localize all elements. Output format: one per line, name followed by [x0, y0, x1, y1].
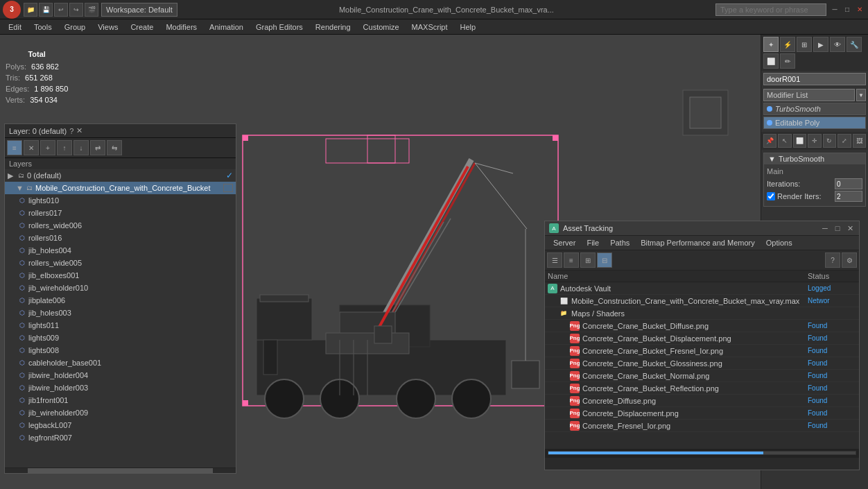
display-tab-icon[interactable]: 👁: [830, 37, 845, 52]
asset-close-button[interactable]: ✕: [845, 224, 855, 233]
render-setup-button[interactable]: 🎬: [85, 3, 98, 17]
undo-button[interactable]: ↩: [54, 3, 68, 17]
layer-transfer-icon[interactable]: ↑: [57, 140, 72, 155]
list-item[interactable]: ▶ 🗂 0 (default) ✓: [5, 169, 236, 182]
hierarchy-tab-icon[interactable]: ⊞: [797, 37, 812, 52]
list-item[interactable]: ⬡ rollers_wide005: [5, 257, 236, 269]
list-item[interactable]: ⬡ rollers_wide006: [5, 219, 236, 232]
asset-menu-file[interactable]: File: [581, 237, 605, 248]
turbosmoooth-panel-header[interactable]: ▼ TurboSmooth: [764, 153, 865, 164]
menu-modifiers[interactable]: Modifiers: [160, 22, 202, 33]
close-button[interactable]: ✕: [854, 4, 865, 15]
layer-panel-help-button[interactable]: ?: [69, 127, 73, 135]
utilities-tab-icon[interactable]: 🔧: [847, 37, 862, 52]
menu-maxscript[interactable]: MAXScript: [406, 22, 453, 33]
list-item[interactable]: Png Concrete_Crane_Bucket_Normal.png Fou…: [545, 370, 859, 382]
select-icon[interactable]: ⬜: [793, 134, 806, 148]
list-item[interactable]: Png Concrete_Crane_Bucket_Diffuse.png Fo…: [545, 320, 859, 332]
menu-rendering[interactable]: Rendering: [310, 22, 356, 33]
list-item[interactable]: ⬡ jibwire_holder003: [5, 381, 236, 394]
save-button[interactable]: 💾: [39, 3, 53, 17]
move-icon[interactable]: ✛: [808, 134, 821, 148]
menu-edit[interactable]: Edit: [3, 22, 27, 33]
layer-add-icon[interactable]: +: [40, 140, 55, 155]
workspace-dropdown[interactable]: Workspace: Default: [101, 3, 177, 17]
layer-scrollbar[interactable]: [5, 467, 236, 473]
render-icon[interactable]: 🖼: [853, 134, 866, 148]
list-item[interactable]: Png Concrete_Displacement.png Found: [545, 407, 859, 420]
layer-content[interactable]: ▶ 🗂 0 (default) ✓ ▼ 🗂 Mobile_Constructio…: [5, 169, 236, 467]
layer-panel-close-button[interactable]: ✕: [76, 126, 83, 135]
pin-icon[interactable]: 📌: [763, 134, 776, 148]
asset-maximize-button[interactable]: □: [833, 224, 842, 233]
menu-tools[interactable]: Tools: [28, 22, 58, 33]
asset-toolbar-icon3[interactable]: ⊞: [580, 252, 596, 268]
list-item[interactable]: Png Concrete_Crane_Bucket_Displacement.p…: [545, 332, 859, 345]
list-item[interactable]: ⬡ jib_elboxes001: [5, 269, 236, 282]
list-item[interactable]: ⬡ lights010: [5, 194, 236, 207]
asset-menu-options[interactable]: Options: [761, 237, 798, 248]
asset-toolbar-icon2[interactable]: ≡: [564, 252, 579, 268]
list-item[interactable]: A Autodesk Vault Logged: [545, 282, 859, 295]
rotate-icon[interactable]: ↻: [823, 134, 836, 148]
motion-tab-icon[interactable]: ▶: [813, 37, 828, 52]
list-item[interactable]: Png Concrete_Crane_Bucket_Glossiness.png…: [545, 357, 859, 370]
menu-graph-editors[interactable]: Graph Editors: [250, 22, 309, 33]
layer-extra1-icon[interactable]: ⇄: [90, 140, 105, 155]
menu-help[interactable]: Help: [455, 22, 482, 33]
asset-minimize-button[interactable]: ─: [820, 224, 830, 233]
menu-views[interactable]: Views: [92, 22, 123, 33]
list-item[interactable]: ⬡ lights011: [5, 319, 236, 332]
list-item[interactable]: ⬡ lights009: [5, 332, 236, 344]
asset-menu-bitmap-perf[interactable]: Bitmap Performance and Memory: [635, 237, 760, 248]
search-input[interactable]: [715, 3, 826, 16]
scale-icon[interactable]: ⤢: [837, 134, 851, 148]
list-item[interactable]: ⬡ jib_holes004: [5, 244, 236, 257]
list-item[interactable]: ⬜ Mobile_Construction_Crane_with_Concret…: [545, 295, 859, 307]
list-item[interactable]: Png Concrete_Diffuse.png Found: [545, 395, 859, 407]
layer-list-icon[interactable]: ≡: [7, 140, 22, 155]
menu-group[interactable]: Group: [59, 22, 92, 33]
cursor-icon[interactable]: ↖: [778, 134, 791, 148]
list-item[interactable]: ▼ 🗂 Mobile_Construction_Crane_with_Concr…: [5, 182, 236, 194]
asset-help-icon[interactable]: ?: [825, 252, 840, 268]
list-item[interactable]: Png Concrete_Fresnel_Ior.png Found: [545, 420, 859, 432]
extra-icon[interactable]: ⬜: [763, 53, 779, 69]
list-item[interactable]: 📁 Maps / Shaders: [545, 307, 859, 320]
layer-scrollbar-thumb[interactable]: [28, 468, 212, 474]
layer-extra2-icon[interactable]: ⇆: [107, 140, 122, 155]
list-item[interactable]: ⬡ jib_wireholder010: [5, 282, 236, 294]
ts-render-iters-spinner[interactable]: 2: [835, 191, 862, 202]
menu-customize[interactable]: Customize: [358, 22, 405, 33]
asset-table-content[interactable]: A Autodesk Vault Logged ⬜ Mobile_Constru…: [545, 282, 859, 449]
paint-icon[interactable]: ✏: [780, 53, 795, 69]
list-item[interactable]: ⬡ jib1front001: [5, 394, 236, 406]
layer-delete-icon[interactable]: ✕: [24, 140, 39, 155]
maximize-button[interactable]: □: [842, 4, 853, 15]
modifier-list-dropdown[interactable]: ▼: [856, 89, 866, 101]
list-item[interactable]: ⬡ jib_wireholder009: [5, 406, 236, 419]
asset-toolbar-icon1[interactable]: ☰: [547, 252, 562, 268]
create-tab-icon[interactable]: ✦: [763, 37, 779, 52]
redo-button[interactable]: ↪: [69, 3, 83, 17]
list-item[interactable]: ⬡ jib_holes003: [5, 307, 236, 319]
asset-toolbar-icon4[interactable]: ⊟: [597, 252, 612, 268]
asset-settings-icon[interactable]: ⚙: [842, 252, 857, 268]
list-item[interactable]: ⬡ rollers016: [5, 232, 236, 244]
menu-animation[interactable]: Animation: [204, 22, 249, 33]
list-item[interactable]: Png Concrete_Crane_Bucket_Reflection.png…: [545, 382, 859, 395]
modify-tab-icon[interactable]: ⚡: [780, 37, 795, 52]
ts-iterations-spinner[interactable]: 0: [835, 178, 862, 189]
list-item[interactable]: ⬡ lights008: [5, 344, 236, 357]
object-name-field[interactable]: [763, 73, 866, 85]
list-item[interactable]: ⬡ rollers017: [5, 207, 236, 219]
list-item[interactable]: ⬡ jibwire_holder004: [5, 369, 236, 381]
new-button[interactable]: 📁: [24, 3, 37, 17]
asset-menu-server[interactable]: Server: [548, 237, 581, 248]
list-item[interactable]: ⬡ cableholder_base001: [5, 357, 236, 369]
list-item[interactable]: ⬡ legfrontR007: [5, 431, 236, 444]
menu-create[interactable]: Create: [125, 22, 159, 33]
list-item[interactable]: Png Concrete_Crane_Bucket_Fresnel_Ior.pn…: [545, 345, 859, 357]
modifier-turbosmoooth[interactable]: TurboSmooth: [763, 103, 866, 115]
list-item[interactable]: ⬡ legbackL007: [5, 419, 236, 431]
